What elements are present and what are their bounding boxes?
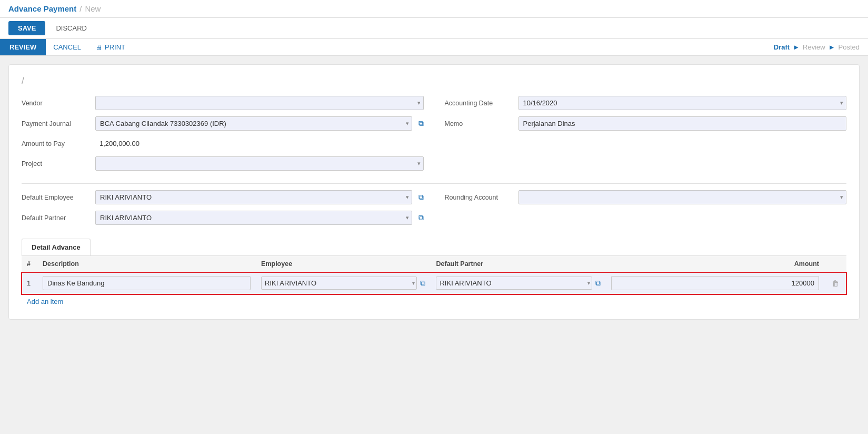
memo-input[interactable] (518, 116, 847, 131)
accounting-date-field[interactable]: 10/16/2020 ▾ (518, 96, 847, 110)
partner-external-link-icon[interactable]: ⧉ (595, 279, 601, 288)
default-partner-row: Default Partner RIKI ARIVIANTO ▾ ⧉ (22, 211, 424, 225)
printer-icon (96, 43, 103, 51)
payment-journal-select[interactable]: BCA Cabang Cilandak 7330302369 (IDR) (95, 116, 412, 131)
partner-cell: RIKI ARIVIANTO ▾ ⧉ (436, 277, 600, 290)
project-label: Project (22, 160, 90, 167)
wf-arrow-2: ► (829, 43, 835, 51)
accounting-date-row: Accounting Date 10/16/2020 ▾ (445, 96, 847, 110)
payment-journal-row: Payment Journal BCA Cabang Cilandak 7330… (22, 116, 424, 131)
row-employee[interactable]: RIKI ARIVIANTO ▾ ⧉ (256, 272, 431, 294)
rounding-account-select[interactable] (518, 190, 847, 204)
save-button[interactable]: SAVE (8, 21, 45, 35)
employee-select[interactable]: RIKI ARIVIANTO (261, 277, 417, 290)
default-partner-field[interactable]: RIKI ARIVIANTO ▾ (95, 211, 412, 225)
tabs-bar: Detail Advance (22, 239, 846, 256)
form-separator-1 (22, 183, 846, 184)
amount-to-pay-value: 1,200,000.00 (95, 137, 144, 150)
default-employee-external-link-icon[interactable]: ⧉ (418, 193, 424, 202)
project-row: Project ▾ (22, 156, 424, 171)
col-employee: Employee (256, 256, 431, 272)
default-partner-select[interactable]: RIKI ARIVIANTO (95, 211, 412, 225)
cancel-label: CANCEL (53, 43, 81, 51)
rounding-account-field[interactable]: ▾ (518, 190, 847, 204)
employee-external-link-icon[interactable]: ⧉ (420, 279, 425, 288)
tab-detail-advance[interactable]: Detail Advance (22, 239, 91, 255)
row-num: 1 (22, 272, 37, 294)
amount-input[interactable] (611, 276, 819, 290)
rounding-account-row: Rounding Account ▾ (445, 190, 847, 204)
payment-journal-label: Payment Journal (22, 120, 90, 127)
col-actions (824, 256, 846, 272)
breadcrumb-sub: New (85, 4, 101, 13)
tab-detail-advance-label: Detail Advance (32, 243, 81, 251)
default-employee-field[interactable]: RIKI ARIVIANTO ▾ (95, 190, 412, 204)
print-button[interactable]: PRINT (88, 39, 133, 55)
breadcrumb-separator: / (79, 4, 82, 13)
vendor-field[interactable]: ▾ (95, 96, 424, 110)
workflow-bar: REVIEW CANCEL PRINT Draft ► Review ► Pos… (0, 39, 868, 56)
delete-row-icon[interactable]: 🗑 (830, 278, 841, 289)
default-partner-external-link-icon[interactable]: ⧉ (418, 213, 424, 222)
cancel-button[interactable]: CANCEL (46, 39, 88, 55)
workflow-actions: REVIEW CANCEL PRINT (0, 39, 133, 55)
description-input[interactable] (43, 276, 251, 290)
table-header-row: # Description Employee Default Partner A… (22, 256, 846, 272)
employee-select-wrapper[interactable]: RIKI ARIVIANTO ▾ (261, 277, 417, 290)
vendor-select[interactable] (95, 96, 424, 110)
breadcrumb-main[interactable]: Advance Payment (8, 4, 76, 13)
row-delete[interactable]: 🗑 (824, 272, 846, 294)
col-description: Description (37, 256, 256, 272)
record-title: / (22, 75, 846, 86)
col-num: # (22, 256, 37, 272)
accounting-date-label: Accounting Date (445, 100, 513, 107)
partner-select-wrapper[interactable]: RIKI ARIVIANTO ▾ (436, 277, 592, 290)
row-amount[interactable] (606, 272, 824, 294)
payment-journal-external-link-icon[interactable]: ⧉ (418, 119, 424, 128)
row-description[interactable] (37, 272, 256, 294)
project-field[interactable]: ▾ (95, 156, 424, 171)
breadcrumb: Advance Payment / New (8, 4, 101, 13)
form-card: / Vendor ▾ Payment Journal BCA Caban (8, 64, 860, 320)
partner-select[interactable]: RIKI ARIVIANTO (436, 277, 592, 290)
action-bar: SAVE DISCARD (0, 18, 868, 39)
payment-journal-field[interactable]: BCA Cabang Cilandak 7330302369 (IDR) ▾ (95, 116, 412, 131)
discard-button[interactable]: DISCARD (49, 21, 93, 35)
table-row: 1 RIKI ARIVIANTO ▾ ⧉ (22, 272, 846, 294)
vendor-label: Vendor (22, 100, 90, 107)
workflow-steps: Draft ► Review ► Posted (765, 39, 868, 55)
review-button[interactable]: REVIEW (0, 39, 46, 55)
memo-row: Memo (445, 116, 847, 131)
amount-to-pay-row: Amount to Pay 1,200,000.00 (22, 137, 424, 150)
vendor-row: Vendor ▾ (22, 96, 424, 110)
col-default-partner: Default Partner (431, 256, 605, 272)
wf-arrow-1: ► (793, 43, 800, 51)
default-employee-select[interactable]: RIKI ARIVIANTO (95, 190, 412, 204)
project-select[interactable] (95, 156, 424, 171)
accounting-date-select[interactable]: 10/16/2020 (518, 96, 847, 110)
wf-step-posted: Posted (839, 43, 860, 51)
amount-to-pay-label: Amount to Pay (22, 140, 90, 147)
employee-cell: RIKI ARIVIANTO ▾ ⧉ (261, 277, 425, 290)
rounding-account-label: Rounding Account (445, 194, 513, 201)
detail-table: # Description Employee Default Partner A… (22, 256, 846, 294)
breadcrumb-bar: Advance Payment / New (0, 0, 868, 18)
default-employee-row: Default Employee RIKI ARIVIANTO ▾ ⧉ (22, 190, 424, 204)
wf-step-review: Review (803, 43, 825, 51)
add-item-link[interactable]: Add an item (22, 294, 68, 309)
print-label: PRINT (105, 43, 125, 51)
memo-label: Memo (445, 120, 513, 127)
row-default-partner[interactable]: RIKI ARIVIANTO ▾ ⧉ (431, 272, 605, 294)
default-employee-label: Default Employee (22, 194, 90, 201)
wf-step-draft: Draft (774, 43, 790, 51)
col-amount: Amount (606, 256, 824, 272)
default-partner-label: Default Partner (22, 214, 90, 222)
